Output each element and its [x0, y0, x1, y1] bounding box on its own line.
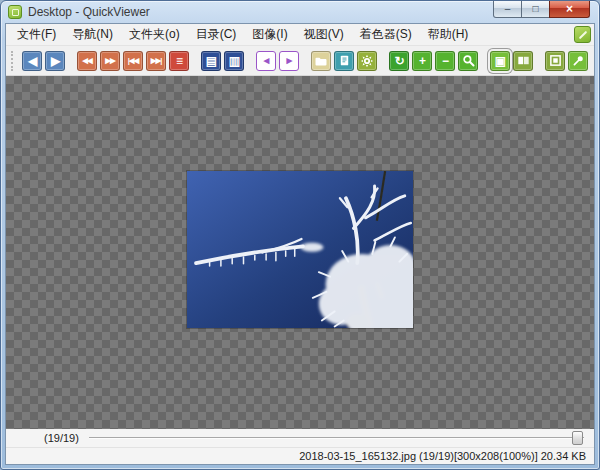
open-folder-icon[interactable] — [311, 51, 331, 71]
first-image-icon[interactable]: |◀◀ — [123, 51, 143, 71]
spread-view-icon[interactable] — [513, 51, 533, 71]
read-right-icon-glyph: ▶ — [287, 56, 292, 64]
page-slider-handle[interactable] — [572, 431, 583, 445]
viewer-canvas[interactable] — [6, 76, 594, 429]
fit-window-icon-glyph: ▣ — [495, 54, 505, 66]
magnifier-icon-glyph — [462, 54, 475, 67]
single-page-icon-glyph: ▤ — [206, 54, 216, 66]
title-bar[interactable]: Desktop - QuickViewer –□× — [1, 1, 599, 23]
menu-item-catalog[interactable]: 目录(C) — [188, 23, 245, 46]
stay-on-top-pin-icon-glyph — [572, 54, 585, 67]
menu-item-navigation[interactable]: 导航(N) — [64, 23, 121, 46]
window-title: Desktop - QuickViewer — [28, 5, 150, 19]
toolbar-drag-handle[interactable] — [11, 51, 16, 71]
maximize-button[interactable]: □ — [521, 0, 550, 18]
playlist-icon[interactable]: ≡ — [169, 51, 189, 71]
menu-bar: 文件(F)导航(N)文件夹(o)目录(C)图像(I)视图(V)着色器(S)帮助(… — [6, 24, 594, 46]
catalog-book-icon[interactable] — [334, 51, 354, 71]
page-slider-row: (19/19) — [6, 429, 594, 447]
frost-branches-photo — [187, 171, 413, 328]
read-left-icon-glyph: ◀ — [264, 56, 269, 64]
menu-item-file[interactable]: 文件(F) — [9, 23, 64, 46]
app-icon — [8, 5, 22, 19]
fast-backward-icon[interactable]: ◀◀ — [77, 51, 97, 71]
minimize-button[interactable]: – — [493, 0, 522, 18]
zoom-out-icon[interactable]: − — [435, 51, 455, 71]
single-page-icon[interactable]: ▤ — [201, 51, 221, 71]
zoom-in-icon[interactable]: + — [412, 51, 432, 71]
spread-view-icon-glyph — [517, 54, 530, 67]
read-right-icon[interactable]: ▶ — [279, 51, 299, 71]
fit-window-icon[interactable]: ▣ — [490, 51, 510, 71]
quick-edit-button[interactable] — [574, 26, 591, 43]
open-folder-icon-glyph — [314, 54, 328, 68]
menu-item-view[interactable]: 视图(V) — [296, 23, 352, 46]
pencil-icon — [578, 30, 586, 38]
page-counter: (19/19) — [44, 432, 79, 444]
frameless-window-icon[interactable] — [545, 51, 565, 71]
first-image-icon-glyph: |◀◀ — [128, 56, 139, 64]
playlist-icon-glyph: ≡ — [176, 54, 182, 66]
close-button[interactable]: × — [549, 0, 590, 18]
menu-item-help[interactable]: 帮助(H) — [420, 23, 477, 46]
back-icon[interactable]: ◀ — [22, 51, 42, 71]
window-body: 文件(F)导航(N)文件夹(o)目录(C)图像(I)视图(V)着色器(S)帮助(… — [5, 23, 595, 465]
status-bar: 2018-03-15_165132.jpg (19/19)[300x208(10… — [6, 447, 594, 464]
forward-icon-glyph: ▶ — [51, 54, 59, 66]
settings-gear-icon[interactable] — [357, 51, 377, 71]
stay-on-top-pin-icon[interactable] — [568, 51, 588, 71]
back-icon-glyph: ◀ — [28, 54, 36, 66]
menu-item-folder[interactable]: 文件夹(o) — [121, 23, 188, 46]
fast-forward-icon[interactable]: ▶▶ — [100, 51, 120, 71]
quickviewer-window: Desktop - QuickViewer –□× 文件(F)导航(N)文件夹(… — [0, 0, 600, 470]
last-image-icon[interactable]: ▶▶| — [146, 51, 166, 71]
last-image-icon-glyph: ▶▶| — [151, 56, 162, 64]
frameless-window-icon-glyph — [549, 54, 562, 67]
menu-item-shader[interactable]: 着色器(S) — [352, 23, 420, 46]
menu-item-image[interactable]: 图像(I) — [244, 23, 295, 46]
toolbar: ◀▶◀◀▶▶|◀◀▶▶|≡▤▥◀▶↻+−▣ — [6, 46, 594, 76]
window-controls: –□× — [494, 0, 590, 18]
settings-gear-icon-glyph — [360, 54, 374, 68]
catalog-book-icon-glyph — [338, 54, 351, 67]
forward-icon[interactable]: ▶ — [45, 51, 65, 71]
status-text: 2018-03-15_165132.jpg (19/19)[300x208(10… — [299, 450, 586, 462]
dual-page-icon-glyph: ▥ — [229, 54, 239, 66]
zoom-in-icon-glyph: + — [419, 54, 425, 66]
page-slider-track[interactable] — [89, 437, 584, 439]
fast-forward-icon-glyph: ▶▶ — [105, 56, 115, 64]
fast-backward-icon-glyph: ◀◀ — [82, 56, 92, 64]
read-left-icon[interactable]: ◀ — [256, 51, 276, 71]
magnifier-icon[interactable] — [458, 51, 478, 71]
photo-image[interactable] — [187, 171, 413, 328]
refresh-icon[interactable]: ↻ — [389, 51, 409, 71]
dual-page-icon[interactable]: ▥ — [224, 51, 244, 71]
refresh-icon-glyph: ↻ — [394, 54, 403, 66]
zoom-out-icon-glyph: − — [442, 54, 448, 66]
